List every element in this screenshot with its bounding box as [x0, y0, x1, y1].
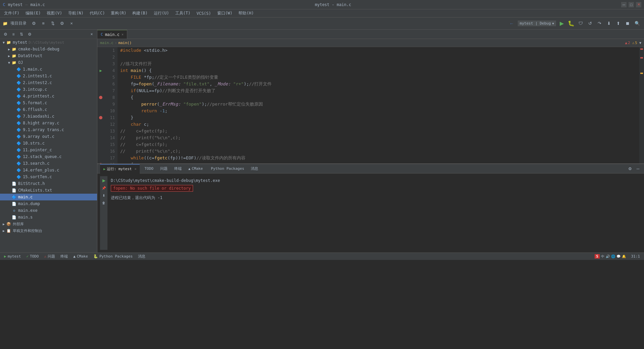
run-debug-button[interactable]: 🐛: [567, 20, 575, 27]
toolbar-back-btn[interactable]: ←: [508, 20, 516, 28]
reload-button[interactable]: ↺: [586, 20, 594, 27]
menu-edit[interactable]: 编辑(E): [23, 10, 44, 17]
tree-11-pointer-c[interactable]: 🔷 11.pointer_c: [0, 147, 97, 153]
expand-arrow[interactable]: ▼: [639, 41, 641, 45]
sidebar-list-btn[interactable]: ≡: [10, 31, 17, 38]
bottom-settings-btn[interactable]: ⚙: [627, 165, 633, 172]
menu-vcs[interactable]: VCS(S): [194, 10, 214, 16]
run-panel-clear-btn[interactable]: 🗑: [101, 200, 107, 206]
editor-tab-main-c[interactable]: C main.c ×: [97, 30, 127, 39]
tree-external-libs[interactable]: ▶ 📦 外部库: [0, 221, 97, 227]
status-problems-item[interactable]: ⚠ 问题: [43, 254, 57, 259]
menu-code[interactable]: 代码(C): [87, 10, 108, 17]
tree-2-inttest2-c[interactable]: 🔷 2.inttest2.c: [0, 79, 97, 86]
tree-9-array-out-c[interactable]: 🔷 9.array out.c: [0, 133, 97, 140]
status-messages-item[interactable]: 消息: [137, 254, 147, 259]
menu-tools[interactable]: 工具(T): [173, 10, 193, 17]
bottom-tab-run[interactable]: ▶ 运行: mytest ×: [100, 164, 140, 173]
tree-9-1-array-trans-c[interactable]: 🔷 9.1.array trans.c: [0, 126, 97, 133]
cmake-folder-icon: 📁: [11, 46, 17, 52]
tree-15-sortTen-c[interactable]: 🔷 15.sortTen.c: [0, 173, 97, 180]
close-button[interactable]: ✕: [636, 2, 641, 7]
tree-1-main-c[interactable]: 🔷 1.main.c: [0, 66, 97, 73]
tree-scratch[interactable]: ▶ 📋 草稿文件和控制台: [0, 227, 97, 234]
toolbar-close-btn[interactable]: ×: [67, 20, 76, 28]
tree-CMakeLists-txt[interactable]: 📄 CMakeLists.txt: [0, 187, 97, 194]
tree-5-format-c[interactable]: 🔷 5.format.c: [0, 100, 97, 106]
tree-OJ[interactable]: ▼ 📁 OJ: [0, 59, 97, 66]
bottom-tab-terminal[interactable]: 终端: [171, 164, 185, 173]
tree-13-search-c[interactable]: 🔷 13.search.c: [0, 160, 97, 167]
bottom-tab-cmake[interactable]: ▲ CMake: [185, 164, 206, 173]
maximize-button[interactable]: □: [629, 2, 634, 7]
status-cursor-pos[interactable]: 31:1: [630, 254, 642, 259]
step-over-button[interactable]: ↷: [596, 20, 603, 27]
toolbar-settings-btn[interactable]: ⚙: [30, 20, 38, 28]
code-scroll-area[interactable]: 1 #include <stdio.h> 2 3: [97, 47, 639, 163]
run-config-selector[interactable]: mytest | Debug ▼: [518, 21, 556, 26]
run-panel-run-btn[interactable]: ▶: [101, 178, 107, 184]
coverage-button[interactable]: 🛡: [577, 20, 584, 27]
menu-help[interactable]: 帮助(H): [236, 10, 257, 17]
sidebar-gear-btn[interactable]: ⚙: [26, 31, 33, 38]
run-tab-close[interactable]: ×: [134, 167, 136, 171]
bottom-tab-messages[interactable]: 消息: [247, 164, 262, 173]
tree-14-erfen-plus-c[interactable]: 🔷 14.erfen_plus.c: [0, 167, 97, 173]
toolbar-expand-btn[interactable]: ⇅: [49, 20, 57, 28]
tree-DataStruct[interactable]: ▶ 📁 DataStruct: [0, 52, 97, 59]
breakpoint-11: [99, 116, 102, 119]
tree-BitStruct-h[interactable]: 📄 BitStruct.h: [0, 180, 97, 187]
tree-8-hight-array-c[interactable]: 🔷 8.hight array.c: [0, 120, 97, 126]
run-panel-pin-btn[interactable]: 📌: [101, 185, 107, 191]
tree-item-label: 12.stack_queue.c: [23, 154, 62, 159]
status-cmake-item[interactable]: ▲ CMake: [72, 254, 89, 259]
menu-build[interactable]: 构建(B): [130, 10, 150, 17]
tree-main-c[interactable]: 🔷 main.c: [0, 194, 97, 200]
menu-window[interactable]: 窗口(W): [215, 10, 235, 17]
status-run-item[interactable]: ▶ mytest: [3, 254, 22, 259]
tree-7-biaodashi-c[interactable]: 🔷 7.biaodashi.c: [0, 113, 97, 120]
status-todo-item[interactable]: ✓ TODO: [25, 254, 40, 259]
tree-3-intcup-c[interactable]: 🔷 3.intcup.c: [0, 86, 97, 93]
sidebar-settings-btn[interactable]: ⚙: [2, 31, 9, 38]
status-python-item[interactable]: 🐍 Python Packages: [92, 254, 134, 259]
menu-view[interactable]: 视图(V): [44, 10, 65, 17]
bottom-tab-python-packages[interactable]: Python Packages: [206, 164, 247, 173]
menu-navigate[interactable]: 导航(N): [65, 10, 86, 17]
tree-main-dump[interactable]: 📄 main.dump: [0, 200, 97, 207]
step-out-button[interactable]: ⬆: [614, 20, 622, 27]
tree-12-stack-queue-c[interactable]: 🔷 12.stack_queue.c: [0, 153, 97, 160]
tree-item-label: 10.strs.c: [23, 141, 45, 146]
sidebar-sort-btn[interactable]: ⇅: [18, 31, 25, 38]
tab-close-btn[interactable]: ×: [122, 33, 124, 36]
toolbar-gear-btn[interactable]: ⚙: [58, 20, 66, 28]
tree-root[interactable]: ▼ 📁 mytest D:\CStudy\mytest: [0, 39, 97, 46]
bottom-minimize-btn[interactable]: ─: [635, 165, 641, 172]
warning-badge[interactable]: ⚠ 5: [632, 41, 637, 45]
tree-main-exe[interactable]: ⚙ main.exe: [0, 207, 97, 214]
menu-run[interactable]: 运行(U): [151, 10, 172, 17]
minimize-button[interactable]: ─: [621, 2, 627, 7]
search-button[interactable]: 🔍: [633, 20, 641, 28]
stop-button[interactable]: ⏹: [624, 20, 631, 27]
run-button[interactable]: ▶: [558, 20, 565, 27]
status-terminal-item[interactable]: 终端: [59, 254, 69, 259]
sidebar-close-btn[interactable]: ×: [88, 31, 95, 38]
tree-6-fflush-c[interactable]: 🔷 6.fflush.c: [0, 106, 97, 113]
tree-main-s[interactable]: 📄 main.s: [0, 214, 97, 221]
error-badge[interactable]: ▲ 2: [625, 41, 630, 45]
tree-2-inttest1-c[interactable]: 🔷 2.inttest1.c: [0, 73, 97, 79]
code-line-1: 1 #include <stdio.h>: [97, 47, 639, 54]
menu-file[interactable]: 文件(F): [1, 10, 22, 17]
tree-item-label: BitStruct.h: [18, 181, 45, 186]
tree-10-strs-c[interactable]: 🔷 10.strs.c: [0, 140, 97, 147]
file-tree[interactable]: ▼ 📁 mytest D:\CStudy\mytest ▶ 📁 cmake-bu…: [0, 39, 97, 253]
step-into-button[interactable]: ⬇: [605, 20, 612, 27]
tree-4-printtest-c[interactable]: 🔷 4.printtest.c: [0, 93, 97, 100]
menu-refactor[interactable]: 重构(R): [108, 10, 129, 17]
run-panel-scroll-btn[interactable]: ⬇: [101, 192, 107, 198]
tree-cmake-build-debug[interactable]: ▶ 📁 cmake-build-debug: [0, 46, 97, 52]
toolbar-list-btn[interactable]: ≡: [39, 20, 47, 28]
bottom-tab-problems[interactable]: 问题: [157, 164, 171, 173]
bottom-tab-todo[interactable]: TODO: [140, 164, 157, 173]
